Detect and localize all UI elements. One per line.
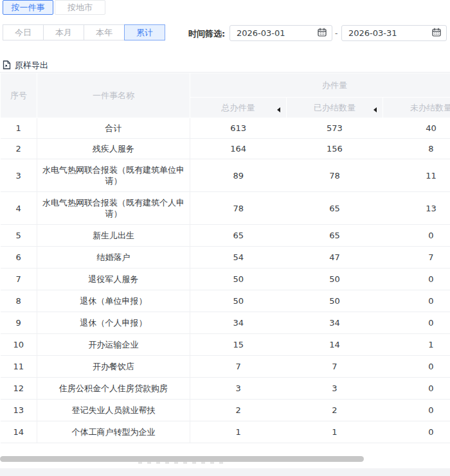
cell-pending: 0 xyxy=(383,225,450,247)
cell-total: 50 xyxy=(190,269,287,290)
end-date-input[interactable]: 2026-03-31 xyxy=(341,25,447,41)
calendar-icon[interactable] xyxy=(432,28,441,39)
cell-pending: 0 xyxy=(383,421,450,443)
cell-name: 结婚落户 xyxy=(37,247,190,269)
cell-name: 退休（个人申报） xyxy=(37,312,190,334)
table-row: 9 退休（个人申报） 34 34 0 xyxy=(1,312,450,334)
col-header-total: 总办件量 xyxy=(190,98,287,118)
cell-seq: 2 xyxy=(1,139,37,159)
cell-total: 2 xyxy=(190,400,287,421)
cell-name: 个体工商户转型为企业 xyxy=(37,421,190,443)
results-table: 序号 一件事名称 办件量 总办件量 已办结数量 未办结数量 1 合计 xyxy=(0,72,450,468)
cell-seq: 11 xyxy=(1,356,37,378)
cell-completed: 1 xyxy=(287,421,383,443)
cell-name: 开办餐饮店 xyxy=(37,356,190,378)
period-today-button[interactable]: 今日 xyxy=(3,24,44,40)
cell-name: 残疾人服务 xyxy=(37,139,190,159)
period-year-button[interactable]: 本年 xyxy=(84,24,125,40)
cell-seq: 3 xyxy=(1,159,37,192)
date-range-separator: - xyxy=(335,29,338,38)
table-row: 14 个体工商户转型为企业 1 1 0 xyxy=(1,421,450,443)
cell-total: 7 xyxy=(190,356,287,378)
table-row: 8 退休（单位申报） 50 50 0 xyxy=(1,290,450,312)
cell-name: 新生儿出生 xyxy=(37,225,190,247)
cell-total: 50 xyxy=(190,290,287,312)
table-row: 4 水电气热网联合报装（既有建筑个人申请） 78 65 13 xyxy=(1,192,450,225)
col-header-seq: 序号 xyxy=(1,73,37,118)
cell-pending: 7 xyxy=(383,247,450,269)
tab-by-item[interactable]: 按一件事 xyxy=(3,0,53,15)
cell-completed: 3 xyxy=(287,378,383,400)
time-filter-label: 时间筛选: xyxy=(188,28,225,40)
cell-total: 613 xyxy=(190,118,287,139)
cell-total: 1 xyxy=(190,421,287,443)
export-button[interactable]: 原样导出 xyxy=(3,60,48,71)
end-date-value: 2026-03-31 xyxy=(348,28,432,38)
table-row: 1 合计 613 573 40 xyxy=(1,118,450,139)
cell-pending: 40 xyxy=(383,118,450,139)
cell-total: 54 xyxy=(190,247,287,269)
cell-seq: 8 xyxy=(1,290,37,312)
table-row: 3 水电气热网联合报装（既有建筑单位申请） 89 78 11 xyxy=(1,159,450,192)
cell-total: 15 xyxy=(190,334,287,356)
cell-completed: 573 xyxy=(287,118,383,139)
cell-seq: 14 xyxy=(1,421,37,443)
cell-seq: 1 xyxy=(1,118,37,139)
cell-name: 合计 xyxy=(37,118,190,139)
period-month-button[interactable]: 本月 xyxy=(43,24,84,40)
cell-total: 164 xyxy=(190,139,287,159)
cell-completed: 7 xyxy=(287,356,383,378)
cell-seq: 9 xyxy=(1,312,37,334)
period-group: 今日 本月 本年 累计 xyxy=(3,24,165,40)
cell-pending: 0 xyxy=(383,356,450,378)
sort-caret-icon[interactable] xyxy=(277,107,280,112)
col-header-pending-label: 未办结数量 xyxy=(410,103,450,112)
cell-seq: 7 xyxy=(1,269,37,290)
cell-name: 水电气热网联合报装（既有建筑个人申请） xyxy=(37,192,190,225)
tab-by-city[interactable]: 按地市 xyxy=(55,0,105,15)
period-total-button[interactable]: 累计 xyxy=(124,24,165,40)
cell-pending: 0 xyxy=(383,269,450,290)
start-date-value: 2026-03-01 xyxy=(237,28,318,38)
cell-seq: 6 xyxy=(1,247,37,269)
col-group-header-volume: 办件量 xyxy=(190,73,450,98)
col-header-completed-label: 已办结数量 xyxy=(314,103,356,112)
table-row: 13 登记失业人员就业帮扶 2 2 0 xyxy=(1,400,450,421)
footer-band xyxy=(0,468,450,476)
cell-name: 登记失业人员就业帮扶 xyxy=(37,400,190,421)
cell-pending: 0 xyxy=(383,312,450,334)
cell-pending: 0 xyxy=(383,378,450,400)
cell-completed: 34 xyxy=(287,312,383,334)
cell-total: 3 xyxy=(190,378,287,400)
calendar-icon[interactable] xyxy=(318,28,327,39)
horizontal-scrollbar-thumb[interactable] xyxy=(0,456,364,462)
cell-name: 退休（单位申报） xyxy=(37,290,190,312)
cell-pending: 11 xyxy=(383,159,450,192)
cell-pending: 1 xyxy=(383,334,450,356)
cell-completed: 47 xyxy=(287,247,383,269)
col-header-completed: 已办结数量 xyxy=(287,98,383,118)
cell-seq: 5 xyxy=(1,225,37,247)
cell-name: 退役军人服务 xyxy=(37,269,190,290)
cell-completed: 50 xyxy=(287,290,383,312)
col-header-pending: 未办结数量 xyxy=(383,98,450,118)
table-row: 2 残疾人服务 164 156 8 xyxy=(1,139,450,159)
cell-pending: 8 xyxy=(383,139,450,159)
table-row: 11 开办餐饮店 7 7 0 xyxy=(1,356,450,378)
cell-completed: 156 xyxy=(287,139,383,159)
sort-caret-icon[interactable] xyxy=(374,107,377,112)
cell-completed: 78 xyxy=(287,159,383,192)
cell-pending: 0 xyxy=(383,290,450,312)
start-date-input[interactable]: 2026-03-01 xyxy=(230,25,332,41)
table-row: 5 新生儿出生 65 65 0 xyxy=(1,225,450,247)
cell-completed: 65 xyxy=(287,225,383,247)
cell-completed: 2 xyxy=(287,400,383,421)
col-header-name: 一件事名称 xyxy=(37,73,190,118)
cell-pending: 13 xyxy=(383,192,450,225)
cell-completed: 65 xyxy=(287,192,383,225)
export-file-icon xyxy=(3,60,11,71)
cell-seq: 12 xyxy=(1,378,37,400)
table-row: 12 住房公积金个人住房贷款购房 3 3 0 xyxy=(1,378,450,400)
cell-completed: 50 xyxy=(287,269,383,290)
table-row: 10 开办运输企业 15 14 1 xyxy=(1,334,450,356)
